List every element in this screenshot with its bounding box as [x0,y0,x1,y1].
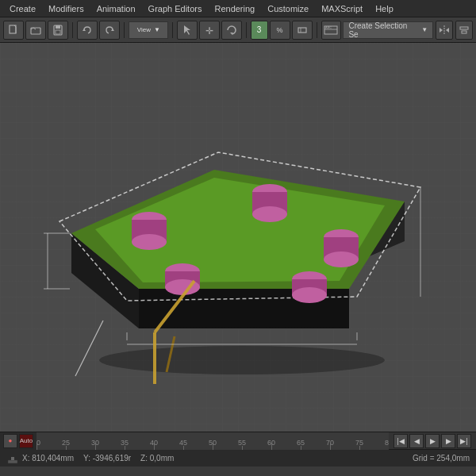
select-object-button[interactable] [177,21,198,40]
save-file-button[interactable] [48,21,68,40]
create-selection-button[interactable]: Create Selection Se ▼ [343,21,433,39]
ruler-label: 80 [385,439,389,447]
coordinates-icon [6,452,19,465]
undo-button[interactable] [77,21,98,40]
sep5 [317,22,317,38]
timeline: ● Auto 20253035404550556065707580 |◀ ◀ ▶… [0,432,476,449]
ruler-label: 20 [36,439,40,447]
play-controls: |◀ ◀ ▶ ▶ ▶| [389,434,476,448]
align-button[interactable] [455,21,473,40]
svg-marker-16 [440,28,443,33]
svg-marker-6 [111,29,114,31]
open-file-button[interactable] [25,21,46,40]
mirror-button[interactable] [436,21,453,40]
redo-button[interactable] [99,21,120,40]
svg-line-21 [75,321,103,376]
snap-btn[interactable]: 3 [251,21,268,40]
sep1 [72,22,73,38]
ruler-label: 35 [121,439,129,447]
svg-point-41 [252,206,287,222]
svg-text:ABC: ABC [325,25,332,29]
menu-bar: Create Modifiers Animation Graph Editors… [0,0,476,17]
ruler-label: 65 [297,439,305,447]
z-coord: Z: 0,0mm [140,454,174,463]
key-mode-btn[interactable]: ● [3,434,17,448]
3d-scene [16,67,460,400]
ruler-label: 75 [355,439,363,447]
prev-frame-button[interactable]: ◀ [409,434,424,448]
svg-rect-18 [460,27,468,29]
ruler-label: 40 [150,439,158,447]
animation-ruler[interactable]: 20253035404550556065707580 [36,432,389,450]
rotate-button[interactable] [221,21,242,40]
ruler-label: 70 [326,439,334,447]
play-button[interactable]: ▶ [425,434,440,448]
viewport[interactable] [0,43,476,432]
svg-point-38 [132,234,167,250]
sep4 [246,22,247,38]
y-coord: Y: -3946,619r [83,454,131,463]
next-frame-button[interactable]: ▶ [441,434,455,448]
move-button[interactable]: ✛ [199,21,220,40]
svg-marker-5 [83,29,86,31]
svg-text:✛: ✛ [205,25,213,36]
x-coord: X: 810,404mm [22,454,74,463]
menu-animation[interactable]: Animation [90,2,142,15]
ruler-label: 25 [62,439,70,447]
ruler-label: 45 [179,439,187,447]
toolbar: View▼ ✛ 3 % ABC Create Selection Se ▼ [0,17,476,43]
svg-rect-10 [298,28,306,33]
view-dropdown[interactable]: View▼ [129,21,168,39]
layer-btn[interactable]: ABC [321,21,342,40]
menu-help[interactable]: Help [369,2,400,15]
menu-graph-editors[interactable]: Graph Editors [142,2,209,15]
new-scene-button[interactable] [3,21,24,40]
svg-marker-17 [446,28,449,33]
ruler-label: 55 [238,439,246,447]
sep2 [124,22,125,38]
go-to-start-button[interactable]: |◀ [393,434,408,448]
ruler-label: 60 [267,439,275,447]
grid-size: Grid = 254,0mm [413,454,470,463]
menu-customize[interactable]: Customize [261,2,315,15]
go-to-end-button[interactable]: ▶| [457,434,471,448]
svg-point-50 [292,287,327,303]
status-bar: X: 810,404mm Y: -3946,619r Z: 0,0mm Grid… [0,449,476,466]
menu-create[interactable]: Create [3,2,42,15]
svg-rect-19 [462,31,466,33]
menu-rendering[interactable]: Rendering [208,2,261,15]
dropdown-arrow-icon: ▼ [421,26,428,33]
menu-modifiers[interactable]: Modifiers [42,2,90,15]
svg-rect-54 [11,457,14,460]
svg-rect-3 [56,25,60,29]
auto-key-btn[interactable]: Auto [19,434,33,448]
svg-rect-53 [8,460,17,463]
menu-maxscript[interactable]: MAXScript [315,2,369,15]
ruler-label: 50 [209,439,217,447]
svg-point-44 [324,251,359,267]
ruler-label: 30 [91,439,99,447]
sep3 [172,22,173,38]
svg-marker-7 [184,25,190,35]
percent-btn[interactable]: % [270,21,290,40]
svg-rect-4 [56,30,60,34]
extra-btn[interactable] [292,21,313,40]
svg-point-20 [99,346,385,374]
toolbar-right: Create Selection Se ▼ [343,21,473,40]
